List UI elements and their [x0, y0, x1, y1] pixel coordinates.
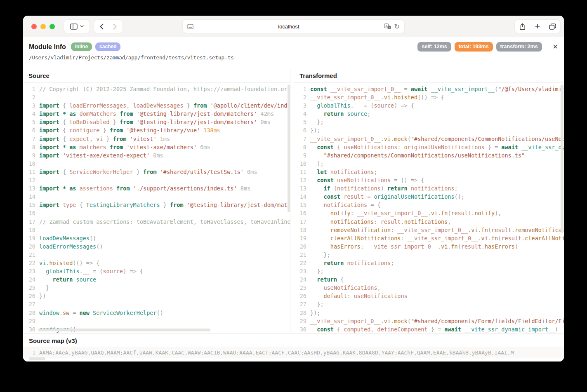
code-line: 12 const useNotifications = () => {: [294, 176, 564, 184]
code-line: 8import * as matchers from 'vitest-axe/m…: [23, 143, 290, 151]
transformed-code[interactable]: 1const __vite_ssr_import_0__ = await __v…: [294, 82, 564, 333]
sourcemap-line-number: 1: [23, 350, 39, 356]
code-line: 11 let notifications;: [294, 168, 564, 176]
close-icon[interactable]: ✕: [553, 44, 558, 50]
line-number: 2: [294, 93, 310, 101]
source-panel: Source 1// Copyright (C) 2012-2025 Zamma…: [23, 69, 290, 333]
transformed-panel-title: Transformed: [294, 69, 564, 82]
svg-text:A: A: [385, 24, 388, 28]
code-line: 19 clearAllNotifications: __vite_ssr_imp…: [294, 234, 564, 242]
code-line: 10: [23, 160, 290, 168]
transformed-panel: Transformed 1const __vite_ssr_import_0__…: [294, 69, 564, 333]
sourcemap-line: 1 AAMA;AAeA,yBAAG,QAAQ,MAAM;AACf,aAAW,KA…: [23, 347, 564, 358]
line-number: 9: [23, 151, 39, 160]
line-number: 16: [23, 209, 39, 217]
page-settings-icon[interactable]: [187, 24, 193, 29]
code-line: 20 hasErrors: __vite_ssr_import_0__.vi.f…: [294, 242, 564, 251]
back-icon[interactable]: [95, 20, 108, 33]
line-number: 29: [294, 317, 310, 325]
module-link[interactable]: './support/assertions/index.ts': [133, 185, 237, 192]
minimize-window-button[interactable]: [40, 24, 46, 29]
line-number: 26: [23, 292, 39, 300]
line-number: 4: [23, 110, 39, 118]
line-number: 19: [23, 234, 39, 242]
code-line: 22vi.hoisted(() => {: [23, 259, 290, 267]
badge-transform: transform: 2ms: [496, 42, 542, 52]
code-line: 11import { ServiceWorkerHelper } from '#…: [23, 168, 290, 176]
line-number: 1: [23, 85, 39, 93]
line-number: 12: [23, 176, 39, 184]
new-tab-icon[interactable]: +: [531, 20, 544, 33]
code-line: 18 removeNotification: __vite_ssr_import…: [294, 226, 564, 234]
code-line: 6import { configure } from '@testing-lib…: [23, 126, 290, 134]
transformed-vertical-scrollbar[interactable]: [561, 85, 563, 233]
code-line: 16: [23, 209, 290, 217]
line-number: 28: [23, 309, 39, 317]
line-number: 25: [23, 284, 39, 292]
code-line: 29: [23, 317, 290, 325]
line-number: 3: [294, 101, 310, 110]
code-line: 21: [23, 251, 290, 259]
code-line: 29__vite_ssr_import_0__.vi.mock("#shared…: [294, 317, 564, 325]
line-number: 22: [294, 259, 310, 267]
code-line: 7import { expect, vi } from 'vitest' 1ms: [23, 135, 290, 143]
code-line: 6});: [294, 126, 564, 134]
code-line: 9import 'vitest-axe/extend-expect' 0ms: [23, 151, 290, 160]
line-number: 20: [294, 242, 310, 251]
code-line: 28window.sw = new ServiceWorkerHelper(): [23, 309, 290, 317]
code-line: 2__vite_ssr_import_0__.vi.hoisted(() => …: [294, 93, 564, 101]
line-number: 11: [23, 168, 39, 176]
line-number: 14: [294, 192, 310, 201]
source-code[interactable]: 1// Copyright (C) 2012-2025 Zammad Found…: [23, 82, 290, 333]
line-number: 25: [294, 284, 310, 292]
code-line: 13import * as assertions from './support…: [23, 184, 290, 192]
source-vertical-scrollbar[interactable]: [288, 85, 290, 212]
line-number: 10: [294, 160, 310, 168]
code-line: 16 notify: __vite_ssr_import_0__.vi.fn(r…: [294, 209, 564, 217]
line-number: 30: [23, 325, 39, 333]
source-horizontal-scrollbar[interactable]: [38, 329, 210, 331]
address-bar[interactable]: localhost Ax ↻: [183, 20, 404, 33]
translate-icon[interactable]: Ax: [384, 23, 391, 29]
forward-icon[interactable]: [108, 20, 122, 33]
badge-self: self: 12ms: [417, 42, 451, 52]
line-number: 18: [23, 226, 39, 234]
line-number: 23: [294, 267, 310, 275]
code-line: 21 };: [294, 251, 564, 259]
line-number: 5: [23, 118, 39, 126]
zoom-window-button[interactable]: [50, 24, 55, 29]
reload-icon[interactable]: ↻: [394, 23, 400, 31]
line-number: 1: [294, 85, 310, 93]
line-number: 7: [294, 135, 310, 143]
code-line: 13 if (notifications) return notificatio…: [294, 184, 564, 192]
code-line: 27: [23, 300, 290, 308]
badge-total: total: 193ms: [455, 42, 493, 52]
code-line: 19loadDevMessages(): [23, 234, 290, 242]
line-number: 8: [23, 143, 39, 151]
line-number: 11: [294, 168, 310, 176]
line-number: 12: [294, 176, 310, 184]
line-number: 16: [294, 209, 310, 217]
badge-inline: inline: [71, 42, 92, 51]
code-line: 5import { toBeDisabled } from '@testing-…: [23, 118, 290, 126]
code-line: 25 useNotifications,: [294, 284, 564, 292]
code-line: 25 }: [23, 284, 290, 292]
code-line: 26}): [23, 292, 290, 300]
line-number: 14: [23, 192, 39, 201]
code-line: 12: [23, 176, 290, 184]
close-window-button[interactable]: [31, 24, 37, 29]
timing-badges: self: 12mstotal: 193mstransform: 2ms: [414, 42, 542, 52]
code-line: 14 const result = originalUseNotificatio…: [294, 192, 564, 201]
line-number: 13: [23, 184, 39, 192]
share-icon[interactable]: [516, 20, 528, 33]
line-number: 9: [294, 151, 310, 160]
chevron-down-icon: [80, 25, 84, 28]
line-number: 19: [294, 234, 310, 242]
line-number: 27: [23, 300, 39, 308]
sourcemap-horizontal-scrollbar[interactable]: [29, 357, 45, 360]
browser-toolbar: localhost Ax ↻ +: [23, 16, 564, 38]
sidebar-toggle-button[interactable]: [64, 20, 90, 33]
tab-overview-icon[interactable]: [547, 20, 559, 33]
line-number: 5: [294, 118, 310, 126]
line-number: 15: [294, 201, 310, 209]
